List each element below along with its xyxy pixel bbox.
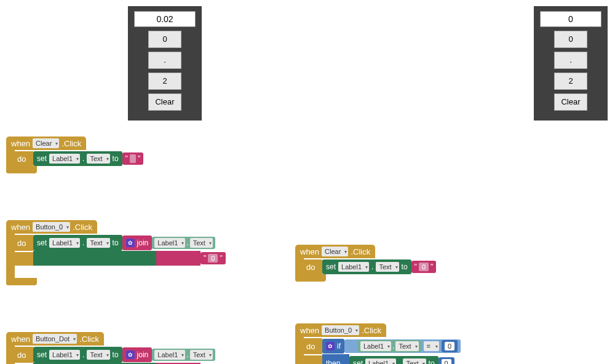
text-literal-block[interactable]: "0" [200,252,226,264]
gear-icon[interactable] [126,350,135,359]
phone-button-0[interactable]: 0 [554,31,587,48]
phone-button-dot[interactable]: . [554,52,587,69]
dot-sep: . [82,154,84,163]
when-keyword: when [300,326,319,335]
text-literal-block[interactable]: " " [122,152,144,165]
join-keyword: join [137,350,149,359]
phone-button-clear[interactable]: Clear [148,93,181,111]
phone-button-dot[interactable]: . [148,52,181,69]
to-keyword: to [113,239,119,247]
property-dropdown[interactable]: Text [87,238,109,248]
phone-button-2[interactable]: 2 [148,73,181,90]
join-continuation [156,251,200,266]
dot-sep: . [186,350,188,359]
event-block-button0-if[interactable]: when Button_0 .Click do if Label1 . Text… [295,323,603,364]
dot-sep: . [82,239,84,247]
phone-mockup-left: 0.02 0 . 2 Clear [128,6,202,121]
set-keyword: set [353,359,363,364]
event-block-clear[interactable]: when Clear .Click do set Label1 . Text t… [6,136,184,173]
phone-button-2[interactable]: 2 [554,73,587,90]
component-dropdown[interactable]: Label1 [360,341,391,351]
get-block[interactable]: Label1 . Text [152,237,215,249]
event-header[interactable]: when Button_0 .Click [6,220,97,234]
click-suffix: .Click [62,139,81,148]
do-keyword: do [17,239,26,248]
property-dropdown[interactable]: Text [87,350,109,360]
when-keyword: when [300,247,319,256]
text-value: 0 [419,263,429,271]
join-block[interactable]: join [122,347,153,362]
when-keyword: when [11,139,30,148]
join-keyword: join [137,239,149,247]
text-literal-block[interactable]: "0" [411,261,437,273]
compare-block[interactable]: Label1 . Text = 0 [344,339,461,353]
property-dropdown[interactable]: Text [403,358,426,364]
number-value: 0 [445,342,454,350]
when-keyword: when [11,334,30,344]
event-block-button0[interactable]: when Button_0 .Click do set Label1 . Tex… [6,220,277,273]
if-keyword: if [337,342,341,350]
set-keyword: set [326,263,336,271]
number-literal-block[interactable]: 0 [442,340,458,352]
set-block[interactable]: set Label1 . Text to [33,347,122,363]
do-keyword: do [306,342,315,351]
dot-sep: . [392,342,394,350]
property-dropdown[interactable]: Text [376,262,399,272]
phone-display: 0 [540,11,601,27]
to-keyword: to [402,263,408,271]
get-block[interactable]: Label1 . Text [358,340,421,352]
to-keyword: to [429,359,435,364]
do-keyword: do [17,154,26,164]
component-dropdown[interactable]: Button_0 [322,325,359,335]
event-header[interactable]: when Clear .Click [295,245,375,258]
event-header[interactable]: when Button_0 .Click [295,323,386,337]
set-block[interactable]: set Label1 . Text to [33,235,122,251]
set-block[interactable]: set Label1 . Text to [33,151,122,166]
to-keyword: to [113,350,119,359]
phone-button-0[interactable]: 0 [148,31,181,48]
event-block-buttondot[interactable]: when Button_Dot .Click do set Label1 . T… [6,332,277,364]
click-suffix: .Click [79,334,99,344]
property-dropdown[interactable]: Text [395,341,418,351]
component-dropdown[interactable]: Clear [322,247,348,256]
component-dropdown[interactable]: Label1 [49,238,80,248]
property-dropdown[interactable]: Text [87,154,109,164]
component-dropdown[interactable]: Label1 [49,350,80,360]
component-dropdown[interactable]: Button_Dot [33,334,77,344]
click-suffix: .Click [351,247,370,256]
get-block[interactable]: Label1 . Text [152,349,215,361]
component-dropdown[interactable]: Label1 [49,154,80,164]
dot-sep: . [82,350,84,359]
event-header[interactable]: when Clear .Click [6,136,86,150]
phone-mockup-right: 0 0 . 2 Clear [534,6,608,121]
if-block[interactable]: if [322,339,344,354]
component-dropdown[interactable]: Label1 [154,238,185,248]
do-keyword: do [306,263,315,272]
do-gutter [295,355,322,364]
gear-icon[interactable] [326,342,335,350]
event-block-clear[interactable]: when Clear .Click do set Label1 . Text t… [295,245,480,282]
click-suffix: .Click [73,223,92,232]
component-dropdown[interactable]: Label1 [338,262,369,272]
join-block[interactable]: join [122,235,153,250]
number-literal-block[interactable]: 0 [438,357,454,364]
component-dropdown[interactable]: Button_0 [33,222,70,232]
gear-icon[interactable] [126,239,135,247]
component-dropdown[interactable]: Label1 [154,350,185,360]
property-dropdown[interactable]: Text [190,238,213,248]
event-footer [6,166,37,173]
set-block[interactable]: set Label1 . Text to [322,259,411,274]
event-header[interactable]: when Button_Dot .Click [6,332,104,346]
text-value: 0 [208,254,218,263]
phone-button-clear[interactable]: Clear [554,93,587,111]
event-footer [6,278,37,285]
component-dropdown[interactable]: Clear [33,138,59,148]
operator-dropdown[interactable]: = [424,341,439,351]
component-dropdown[interactable]: Label1 [365,358,396,364]
text-value [130,154,136,163]
set-block[interactable]: set Label1 . Text to [349,356,438,364]
set-continuation [33,251,156,266]
do-gutter [6,252,33,266]
property-dropdown[interactable]: Text [190,350,213,360]
to-keyword: to [113,154,119,163]
